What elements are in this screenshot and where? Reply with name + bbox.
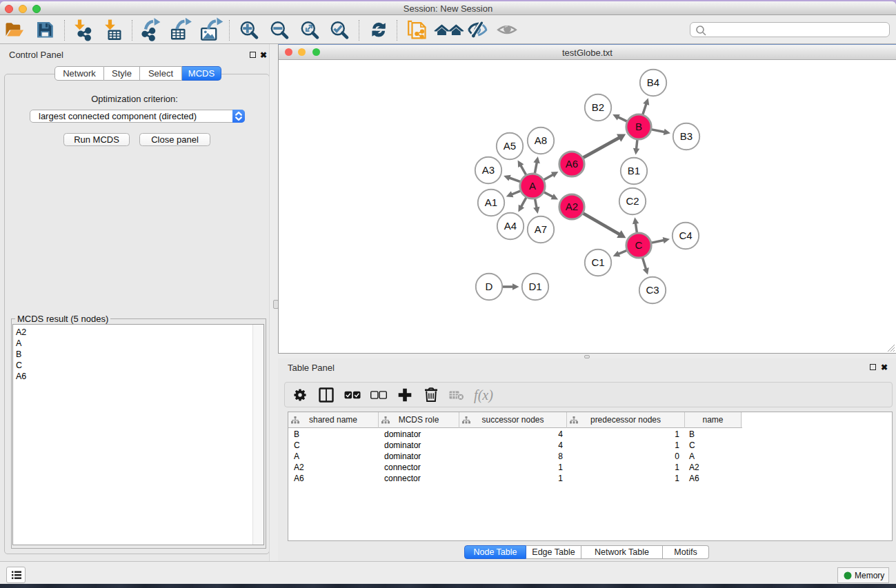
svg-text:B1: B1 <box>628 165 640 176</box>
svg-text:A1: A1 <box>485 196 497 208</box>
svg-text:A4: A4 <box>504 220 517 232</box>
svg-text:B4: B4 <box>647 77 659 88</box>
svg-text:B2: B2 <box>592 101 604 113</box>
svg-text:A2: A2 <box>566 201 578 212</box>
svg-text:A: A <box>529 180 536 192</box>
svg-text:A3: A3 <box>482 164 495 176</box>
svg-text:B3: B3 <box>680 130 693 142</box>
svg-text:C1: C1 <box>591 256 604 268</box>
svg-text:C4: C4 <box>679 230 692 241</box>
svg-text:A7: A7 <box>535 223 547 235</box>
svg-text:C: C <box>635 239 643 251</box>
svg-text:A5: A5 <box>504 140 516 152</box>
svg-text:f(x): f(x) <box>474 387 493 403</box>
svg-text:C3: C3 <box>646 284 659 296</box>
svg-text:A8: A8 <box>535 134 547 146</box>
svg-text:B: B <box>635 121 642 132</box>
svg-text:A6: A6 <box>566 158 578 170</box>
svg-text:C2: C2 <box>626 195 639 207</box>
svg-text:D1: D1 <box>528 281 541 292</box>
svg-text:D: D <box>486 281 493 292</box>
